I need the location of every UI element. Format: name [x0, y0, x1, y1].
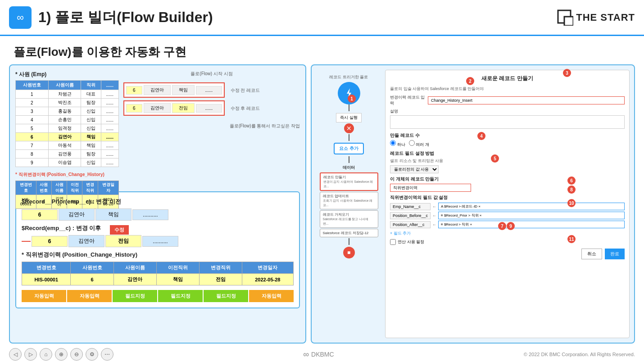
- table-row: 7마동석책임......: [16, 141, 119, 150]
- logo-icon: [557, 9, 573, 26]
- checkbox-label: 연산 사용 필정: [398, 239, 424, 245]
- field-row-2: Position_Before__c ← ≡ $Record_Prior > 직…: [390, 212, 625, 219]
- after-record-container: 6 김연아 전임 ...... 수정 후 레코드: [123, 100, 300, 116]
- num-badge-5: 5: [491, 154, 499, 163]
- var-after-title: $Record(emp__c) : 변경 이후: [22, 224, 101, 232]
- table-row: 4손흥민신입......: [16, 116, 119, 124]
- nav-zoom-in[interactable]: ⊕: [55, 348, 68, 361]
- field-key-2: Position_Before__c: [390, 212, 431, 219]
- flow-item-0[interactable]: 레코드 만들기변경이 감지 사용하여 Salesforce 레코...: [320, 172, 378, 191]
- flow-column: 레코드 트리거한 플로 즉시 실행 ✕ 요소 추가 데이터 레코드 만들기변경이: [316, 70, 381, 338]
- add-element-btn[interactable]: 요소 추가: [334, 143, 364, 154]
- col-etc: ......: [101, 81, 118, 90]
- flow-task-label: 플로(Flow)를 통해서 하고싶은 작업: [123, 123, 300, 129]
- field-val-3: ≡ $Record > 직위 ×: [438, 221, 625, 228]
- before-rec-2: 김연아: [144, 85, 171, 95]
- num-badge-2: 2: [466, 77, 474, 85]
- before-rec-3: 책임: [172, 85, 195, 95]
- api-name-label: 변경이력 레코드 입력: [390, 95, 426, 106]
- obj-input-row: [390, 184, 625, 192]
- cancel-icon: ✕: [344, 123, 354, 133]
- var-after-section: $Record(emp__c) : 변경 이후 수정 6 김연아 전임 ....…: [22, 224, 294, 247]
- obj-input[interactable]: [390, 184, 471, 192]
- before-record-box: 6 김연아 책임 ......: [123, 82, 225, 98]
- employee-table: 사원번호 사원이름 직위 ...... 1차범근대표...... 2박진조팀장.…: [15, 80, 119, 167]
- desc-textarea[interactable]: [390, 115, 625, 129]
- after-record-label: 수정 후 레코드: [231, 106, 260, 111]
- after-record-box: 6 김연아 전임 ......: [123, 100, 225, 116]
- cell-3: 책임: [95, 208, 132, 221]
- add-field-btn[interactable]: + 필드 추가: [390, 230, 411, 237]
- right-panel: 1 2 3 4 5 6 7 8 9 10 11 레코드 트리거한 플로 즉시 실…: [311, 64, 635, 344]
- form-desc: 플로의 입술 사용하여 Salesforce 레코드를 만들어야: [390, 86, 625, 92]
- before-record-label: 수정 전 레코드: [231, 88, 260, 93]
- field-val-1: A $Record > 레코드-ID ×: [438, 203, 625, 210]
- api-name-row: 변경이력 레코드 입력: [390, 95, 625, 106]
- desc-label: 설명: [390, 109, 625, 114]
- after-rec-2: 김연아: [144, 103, 171, 113]
- footer-copyright: © 2022 DK BMC Corporation. All Rights Re…: [524, 352, 635, 357]
- employee-section: * 사원 (Emp) 사원번호 사원이름 직위 ...... 1차범근대표...…: [15, 71, 119, 188]
- after-cells: 6 김연아 전임 ..........: [32, 235, 178, 247]
- cell-3: 전임: [105, 235, 141, 247]
- connector-2: [349, 134, 349, 141]
- after-rec-3: 전임: [172, 103, 195, 113]
- confirm-button[interactable]: 완료: [605, 249, 625, 259]
- connector-1: [349, 104, 349, 111]
- footer-nav: ◁ ▷ ⌂ ⊕ ⊖ ⚙ ⋯: [9, 348, 113, 361]
- nav-next[interactable]: ▷: [24, 348, 37, 361]
- nav-settings[interactable]: ⚙: [86, 348, 98, 361]
- hist-label: * 직위변경이력 (Position_Change_History): [22, 251, 294, 259]
- cell-2: 김연아: [59, 208, 95, 221]
- flow-item-1[interactable]: 레코드 업데이트조회기 감지 사용하여 Salesforce 레코...: [320, 192, 378, 209]
- cell-1: 6: [32, 236, 68, 247]
- table-row: 3홍길동신입......: [16, 107, 119, 116]
- before-rec-1: 6: [126, 86, 142, 95]
- header-left: ∞ 1) 플로 빌더(Flow Builder): [9, 6, 213, 29]
- left-panel: * 사원 (Emp) 사원번호 사원이름 직위 ...... 1차범근대표...…: [9, 64, 306, 344]
- api-name-input[interactable]: [428, 96, 625, 104]
- col-emp-no: 사원번호: [16, 81, 49, 90]
- before-record-container: 6 김연아 책임 ...... 수정 전 레코드: [123, 82, 300, 98]
- badge-auto-3: 자동입력: [249, 290, 294, 302]
- flow-item-3[interactable]: Salesforce 레코드 저장담-12: [320, 229, 378, 237]
- flow-item-2[interactable]: 레코드 가져오기Salesforce 레코드를 찾고 나서에 변...: [320, 210, 378, 228]
- left-top-section: * 사원 (Emp) 사원번호 사원이름 직위 ...... 1차범근대표...…: [15, 71, 300, 188]
- record-type-select[interactable]: 플로리전의 값 사용: [390, 165, 439, 173]
- nav-more[interactable]: ⋯: [101, 348, 113, 361]
- cell-2: 김연아: [68, 235, 104, 247]
- checkbox-use-formula[interactable]: [390, 239, 396, 245]
- cell-1: 6: [22, 209, 58, 220]
- logo-text: THE START: [576, 12, 635, 23]
- connector-4: [349, 238, 349, 245]
- svg-rect-1: [564, 17, 572, 25]
- emp-label: * 사원 (Emp): [15, 71, 119, 78]
- badge-auto-1: 자동입력: [22, 290, 66, 302]
- table-row: 5임격정신입......: [16, 124, 119, 133]
- record-before-row: 6 김연아 책임 ..........: [22, 208, 294, 221]
- table-row: HIS-00001 6 김연아 책임 전임 2022-05-28: [22, 274, 294, 285]
- cancel-button[interactable]: 취소: [581, 249, 602, 259]
- app-icon: ∞: [9, 6, 32, 29]
- data-label: 데이터: [343, 165, 355, 171]
- num-badge-10: 10: [567, 199, 576, 207]
- after-rec-4: ......: [196, 104, 222, 113]
- footer: ◁ ▷ ⌂ ⊕ ⊖ ⚙ ⋯ ∞ DKBMC © 2022 DK BMC Corp…: [0, 345, 644, 362]
- form-title: 새로운 레코드 만들기: [390, 75, 625, 82]
- record-count-label: 만들 레코드 수: [390, 132, 625, 139]
- nav-prev[interactable]: ◁: [9, 348, 22, 361]
- option-many: 여러 개: [416, 142, 429, 147]
- table-row: 8김연풍팀장......: [16, 150, 119, 158]
- num-badge-3: 3: [563, 69, 571, 77]
- cell-4: ..........: [142, 236, 178, 247]
- nav-zoom-out[interactable]: ⊖: [70, 348, 83, 361]
- radio-one[interactable]: [390, 140, 396, 146]
- instant-label: 즉시 실행: [336, 113, 362, 122]
- badge-field-3: 필드지정: [204, 290, 248, 302]
- nav-home[interactable]: ⌂: [40, 348, 52, 361]
- flow-diagram: 레코드 트리거한 플로 즉시 실행 ✕ 요소 추가 데이터 레코드 만들기변경이: [316, 70, 630, 338]
- radio-many[interactable]: [409, 140, 415, 146]
- col-emp-name: 사원이름: [48, 81, 81, 90]
- badge-auto-2: 자동입력: [67, 290, 112, 302]
- left-bottom-section: $Record__Prior(emp__c) : 변경 이전 6 김연아 책임 …: [15, 191, 300, 308]
